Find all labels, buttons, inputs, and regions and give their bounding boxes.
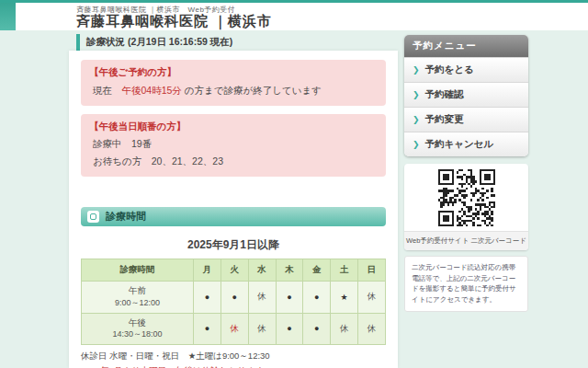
top-accent-line bbox=[0, 0, 588, 3]
menu-item-label: 予約キャンセル bbox=[425, 138, 494, 151]
reservation-sidebar: 予約メニュー ❯ 予約をとる ❯ 予約確認 ❯ 予約変更 ❯ 予約キャンセル W… bbox=[404, 35, 528, 312]
day-col-sat: 土 bbox=[331, 259, 358, 282]
afternoon-mon: ● bbox=[194, 313, 221, 345]
menu-item-label: 予約確認 bbox=[425, 88, 464, 101]
header-corner-decoration bbox=[0, 0, 16, 30]
morning-label-cell: 午前9:00～12:00 bbox=[82, 282, 194, 314]
menu-item-make-reservation[interactable]: ❯ 予約をとる bbox=[404, 57, 528, 82]
waiting-label: お待ちの方 bbox=[93, 155, 152, 167]
notice-prefix: 現在 bbox=[93, 85, 122, 96]
day-col-fri: 金 bbox=[303, 259, 331, 282]
notice-suffix: の方まで診療が終了しています bbox=[182, 85, 322, 96]
row-time: 14:30～18:00 bbox=[112, 329, 162, 339]
afternoon-sat: 休 bbox=[331, 313, 358, 345]
qr-code-wrap bbox=[404, 164, 528, 231]
morning-thu: ● bbox=[276, 282, 303, 314]
morning-fri: ● bbox=[303, 282, 331, 314]
afternoon-fri: ● bbox=[303, 313, 331, 345]
hours-section-header: 診療時間 bbox=[81, 207, 386, 226]
hours-table-corner: 診療時間 bbox=[82, 259, 194, 282]
schedule-effective-date: 2025年9月1日以降 bbox=[81, 237, 386, 253]
afternoon-tue-closed: 休 bbox=[220, 313, 248, 345]
row-label: 午前 bbox=[129, 285, 146, 295]
waiting-line: お待ちの方 20、21、22、23 bbox=[89, 155, 378, 168]
row-label: 午後 bbox=[129, 317, 146, 328]
qr-code bbox=[438, 169, 495, 226]
morning-tue: ● bbox=[220, 282, 248, 314]
main-content: 【午後ご予約の方】 現在 午後04時15分 の方まで診療が終了しています 【午後… bbox=[69, 51, 398, 368]
notice-title: 【午後ご予約の方】 bbox=[89, 66, 378, 79]
clock-icon bbox=[87, 211, 99, 223]
menu-item-label: 予約をとる bbox=[425, 63, 474, 76]
menu-item-cancel-reservation[interactable]: ❯ 予約キャンセル bbox=[404, 132, 528, 156]
chevron-right-icon: ❯ bbox=[413, 65, 420, 75]
afternoon-thu: ● bbox=[276, 313, 303, 345]
qr-code-panel: Web予約受付サイト 二次元バーコード bbox=[404, 164, 528, 250]
chevron-right-icon: ❯ bbox=[413, 90, 420, 99]
morning-mon: ● bbox=[194, 282, 221, 314]
chevron-right-icon: ❯ bbox=[413, 115, 420, 124]
morning-row: 午前9:00～12:00 ● ● 休 ● ● ★ 休 bbox=[82, 282, 386, 314]
menu-item-confirm-reservation[interactable]: ❯ 予約確認 bbox=[404, 82, 528, 107]
page-title: 斉藤耳鼻咽喉科医院 ｜横浜市 bbox=[76, 13, 272, 30]
day-col-sun: 日 bbox=[358, 259, 386, 282]
day-col-tue: 火 bbox=[220, 259, 248, 282]
afternoon-row: 午後14:30～18:00 ● 休 休 ● ● 休 休 bbox=[82, 313, 386, 345]
now-serving-line: 診療中 19番 bbox=[89, 138, 378, 151]
afternoon-sun: 休 bbox=[358, 313, 386, 345]
hours-section-title: 診療時間 bbox=[106, 210, 146, 224]
status-heading: 診療状況 (2月19日 16:16:59 現在) bbox=[76, 34, 232, 51]
menu-item-change-reservation[interactable]: ❯ 予約変更 bbox=[404, 107, 528, 132]
morning-wed: 休 bbox=[248, 282, 276, 314]
notice-text: 現在 午後04時15分 の方まで診療が終了しています bbox=[89, 85, 378, 98]
qr-instructions: 二次元バーコード読込対応の携帯電話等で、上記の二次元バーコードを撮影すると簡単に… bbox=[404, 256, 528, 312]
menu-title: 予約メニュー bbox=[404, 35, 528, 57]
closed-days-note: 休診日 水曜・日曜・祝日 ★土曜は9:00～12:30 bbox=[81, 351, 386, 362]
day-col-thu: 木 bbox=[276, 259, 303, 282]
day-col-mon: 月 bbox=[194, 259, 221, 282]
notice-title: 【午後当日順番の方】 bbox=[89, 121, 378, 133]
hours-table: 診療時間 月 火 水 木 金 土 日 午前9:00～12:00 ● ● 休 ● … bbox=[81, 259, 386, 345]
afternoon-label-cell: 午後14:30～18:00 bbox=[82, 313, 194, 345]
notice-time-highlight: 午後04時15分 bbox=[122, 85, 182, 96]
afternoon-walkin-notice: 【午後当日順番の方】 診療中 19番 お待ちの方 20、21、22、23 bbox=[81, 114, 386, 177]
morning-sun: 休 bbox=[358, 282, 386, 314]
afternoon-wed: 休 bbox=[248, 313, 276, 345]
row-time: 9:00～12:00 bbox=[115, 298, 160, 307]
now-serving-number: 19番 bbox=[131, 138, 152, 149]
waiting-numbers: 20、21、22、23 bbox=[152, 155, 223, 167]
chevron-right-icon: ❯ bbox=[413, 140, 420, 149]
day-col-wed: 水 bbox=[248, 259, 276, 282]
morning-sat-star: ★ bbox=[331, 282, 358, 314]
site-header: 斉藤耳鼻咽喉科医院 ｜横浜市 Web予約受付 斉藤耳鼻咽喉科医院 ｜横浜市 bbox=[0, 0, 588, 30]
menu-item-label: 予約変更 bbox=[425, 113, 464, 126]
qr-caption: Web予約受付サイト 二次元バーコード bbox=[404, 231, 528, 250]
now-serving-label: 診療中 bbox=[93, 138, 131, 149]
reservation-menu: 予約メニュー ❯ 予約をとる ❯ 予約確認 ❯ 予約変更 ❯ 予約キャンセル bbox=[404, 35, 528, 156]
afternoon-reservation-notice: 【午後ご予約の方】 現在 午後04時15分 の方まで診療が終了しています bbox=[81, 60, 386, 106]
hours-table-header-row: 診療時間 月 火 水 木 金 土 日 bbox=[82, 259, 386, 282]
